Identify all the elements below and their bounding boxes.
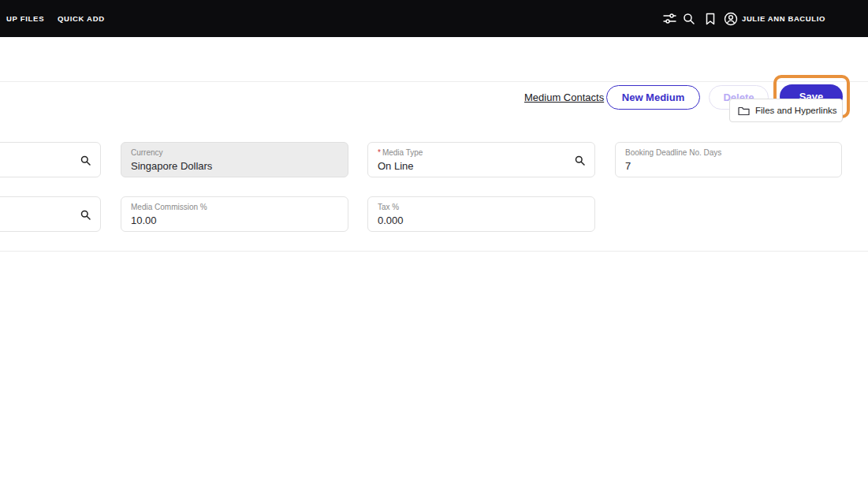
lookup-field-1[interactable] [0,142,101,177]
bookmark-icon[interactable] [702,11,717,26]
medium-contacts-link[interactable]: Medium Contacts [524,91,604,103]
nav-item-label: UP FILES [6,14,44,23]
currency-field: Currency Singapore Dollars [121,142,348,177]
media-type-label: *Media Type [378,147,585,158]
currency-value: Singapore Dollars [131,159,338,173]
media-commission-field[interactable]: Media Commission % 10.00 [121,196,348,232]
user-name-label: JULIE ANN BACULIO [742,14,825,23]
media-type-field[interactable]: *Media Type On Line [367,142,595,177]
booking-deadline-value: 7 [625,159,832,173]
media-commission-value: 10.00 [131,214,338,227]
folder-icon [738,106,750,116]
nav-item-quick-add[interactable]: QUICK ADD [58,0,105,37]
lookup-search-icon[interactable] [80,209,91,220]
tax-field[interactable]: Tax % 0.000 [367,196,595,232]
media-type-search-icon[interactable] [574,155,585,166]
nav-item-label: QUICK ADD [58,14,105,23]
user-icon[interactable] [723,11,738,26]
currency-label: Currency [131,147,338,158]
required-asterisk: * [378,148,381,157]
filters-icon[interactable] [662,11,677,26]
media-commission-label: Media Commission % [131,202,338,212]
files-and-hyperlinks-button[interactable]: Files and Hyperlinks [729,99,843,122]
media-type-value: On Line [378,159,585,173]
media-type-label-text: Media Type [382,148,423,157]
lookup-field-2[interactable] [0,196,101,232]
user-name[interactable]: JULIE ANN BACULIO [742,0,825,37]
booking-deadline-field[interactable]: Booking Deadline No. Days 7 [615,142,842,177]
search-icon[interactable] [681,11,696,26]
lookup-search-icon[interactable] [80,155,91,166]
new-medium-button[interactable]: New Medium [606,85,700,110]
booking-deadline-label: Booking Deadline No. Days [625,147,832,158]
files-and-hyperlinks-label: Files and Hyperlinks [755,106,837,115]
tax-value: 0.000 [378,214,585,227]
nav-item-up-files[interactable]: UP FILES [6,0,44,37]
toolbar: Medium Contacts New Medium Delete Save [0,37,868,82]
section-divider [0,251,868,252]
top-navbar: UP FILES QUICK ADD JULIE ANN BACULIO [0,0,868,37]
tax-label: Tax % [378,202,585,212]
